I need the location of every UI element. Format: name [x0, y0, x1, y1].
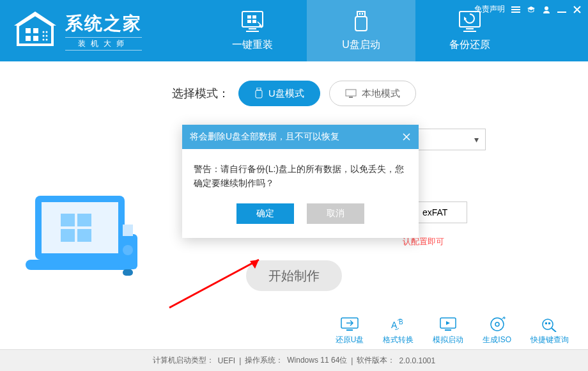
- logo-title: 系统之家: [65, 12, 142, 36]
- svg-rect-1: [33, 28, 38, 33]
- logo-area: 系统之家 装机大师: [0, 12, 142, 51]
- tool-restore-usb[interactable]: 还原U盘: [336, 317, 364, 345]
- svg-point-9: [46, 39, 48, 41]
- user-icon[interactable]: [542, 5, 551, 14]
- dialog-ok-button[interactable]: 确定: [236, 203, 294, 224]
- usb-icon: [348, 10, 374, 33]
- svg-rect-41: [26, 260, 134, 270]
- svg-rect-40: [77, 229, 91, 242]
- reinstall-icon: [240, 10, 265, 33]
- svg-rect-56: [545, 322, 547, 324]
- disclaimer-link[interactable]: 免责声明: [474, 4, 505, 15]
- mode-label: 选择模式：: [172, 86, 229, 101]
- svg-rect-10: [242, 12, 263, 27]
- svg-rect-20: [362, 13, 363, 15]
- svg-text:B: B: [399, 319, 403, 326]
- laptop-usb-illustration: [22, 189, 157, 304]
- dialog-body: 警告：请自行备份(L:)盘上的所有数据，以免丢失，您确定要继续制作吗？: [182, 149, 419, 203]
- dialog-header: 将会删除U盘全部数据，且不可以恢复: [182, 125, 419, 149]
- svg-rect-38: [77, 214, 91, 226]
- hotkey-icon: [540, 317, 559, 332]
- svg-rect-18: [357, 12, 365, 17]
- svg-rect-27: [511, 9, 520, 10]
- content-area: 选择模式： U盘模式 本地模式 ）26.91GB ▾ ex: [0, 61, 588, 349]
- nav-label: 一键重装: [232, 38, 273, 52]
- svg-point-45: [123, 245, 133, 255]
- tool-simulate-boot[interactable]: 模拟启动: [433, 317, 463, 345]
- mode-usb-button[interactable]: U盘模式: [238, 81, 320, 106]
- dialog-close-icon[interactable]: [402, 132, 411, 141]
- svg-rect-34: [349, 97, 353, 98]
- iso-icon: [488, 317, 507, 332]
- start-button[interactable]: 开始制作: [246, 260, 342, 291]
- menu-icon[interactable]: [511, 5, 520, 14]
- svg-rect-16: [252, 20, 256, 23]
- usb-small-icon: [254, 88, 263, 99]
- svg-rect-33: [346, 90, 356, 96]
- svg-rect-43: [123, 225, 133, 236]
- confirm-dialog: 将会删除U盘全部数据，且不可以恢复 警告：请自行备份(L:)盘上的所有数据，以免…: [182, 125, 419, 238]
- svg-rect-24: [463, 31, 476, 32]
- svg-rect-52: [445, 329, 451, 331]
- convert-icon: AB: [389, 317, 408, 332]
- status-bar: 计算机启动类型： UEFI | 操作系统： Windows 11 64位 | 软…: [0, 349, 588, 371]
- config-hint: 认配置即可: [403, 236, 550, 248]
- tool-hotkey-query[interactable]: 快捷键查询: [530, 317, 569, 345]
- bottom-tools: 还原U盘 AB 格式转换 模拟启动 生成ISO 快捷键查询: [336, 317, 569, 345]
- svg-point-53: [491, 318, 504, 331]
- svg-rect-36: [42, 202, 118, 253]
- nav-usb-boot[interactable]: U盘启动: [307, 0, 415, 61]
- svg-rect-13: [247, 15, 251, 19]
- svg-rect-39: [61, 229, 75, 242]
- svg-point-54: [495, 322, 499, 326]
- simulate-icon: [438, 317, 458, 332]
- svg-rect-0: [26, 28, 31, 33]
- nav-reinstall[interactable]: 一键重装: [198, 0, 307, 61]
- minimize-icon[interactable]: [557, 5, 566, 14]
- svg-rect-26: [511, 6, 520, 8]
- nav-label: 备份还原: [449, 38, 490, 52]
- svg-rect-23: [466, 28, 474, 29]
- svg-rect-47: [346, 329, 353, 331]
- svg-point-7: [46, 35, 48, 37]
- svg-rect-31: [257, 88, 261, 90]
- svg-rect-11: [249, 28, 256, 29]
- dialog-cancel-button[interactable]: 取消: [307, 203, 364, 224]
- window-controls: 免责声明: [474, 4, 582, 15]
- tool-format-convert[interactable]: AB 格式转换: [383, 317, 414, 345]
- svg-point-8: [43, 39, 45, 41]
- svg-point-55: [543, 319, 553, 329]
- svg-marker-51: [446, 321, 450, 325]
- svg-point-5: [46, 31, 48, 33]
- svg-rect-37: [61, 214, 75, 226]
- dialog-title: 将会删除U盘全部数据，且不可以恢复: [190, 131, 339, 143]
- tool-generate-iso[interactable]: 生成ISO: [483, 317, 511, 345]
- svg-line-58: [169, 260, 259, 308]
- svg-rect-3: [33, 36, 38, 41]
- svg-rect-44: [123, 269, 133, 276]
- svg-rect-28: [511, 12, 520, 13]
- svg-point-6: [43, 35, 45, 37]
- svg-rect-57: [548, 322, 550, 324]
- svg-rect-19: [359, 13, 360, 15]
- chevron-down-icon: ▾: [474, 134, 479, 145]
- close-icon[interactable]: [573, 5, 582, 14]
- app-header: 系统之家 装机大师 一键重装 U盘启动 备份还原 免责声明: [0, 0, 588, 61]
- svg-rect-14: [252, 15, 256, 19]
- svg-rect-2: [26, 36, 31, 41]
- svg-point-29: [545, 6, 548, 10]
- graduation-icon[interactable]: [527, 5, 536, 14]
- svg-rect-12: [246, 31, 259, 32]
- svg-rect-21: [355, 17, 367, 31]
- svg-text:A: A: [391, 320, 398, 330]
- dialog-footer: 确定 取消: [182, 203, 419, 238]
- logo-icon: [13, 12, 58, 50]
- nav-label: U盘启动: [342, 38, 380, 52]
- svg-point-4: [43, 31, 45, 33]
- svg-rect-15: [247, 20, 251, 23]
- monitor-small-icon: [345, 89, 357, 98]
- svg-rect-30: [557, 12, 566, 13]
- svg-rect-32: [256, 90, 262, 98]
- logo-subtitle: 装机大师: [65, 37, 142, 51]
- mode-local-button[interactable]: 本地模式: [329, 81, 416, 106]
